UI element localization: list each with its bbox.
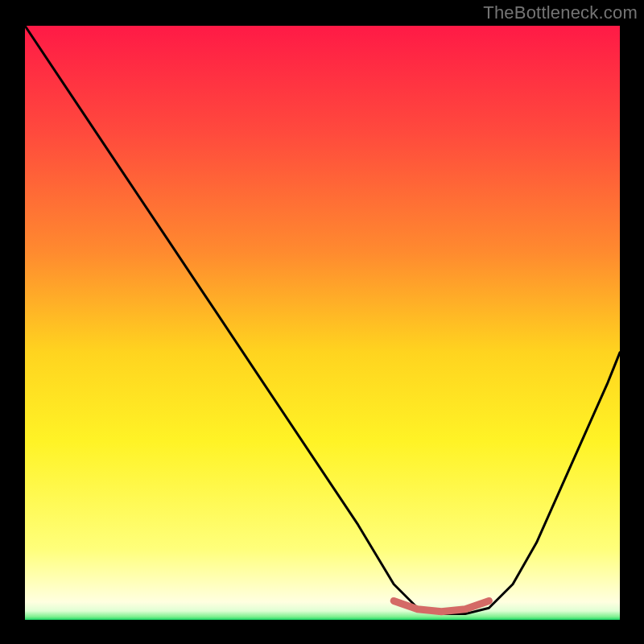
plot-background xyxy=(25,26,620,620)
bottleneck-chart xyxy=(0,0,644,644)
chart-stage: TheBottleneck.com xyxy=(0,0,644,644)
